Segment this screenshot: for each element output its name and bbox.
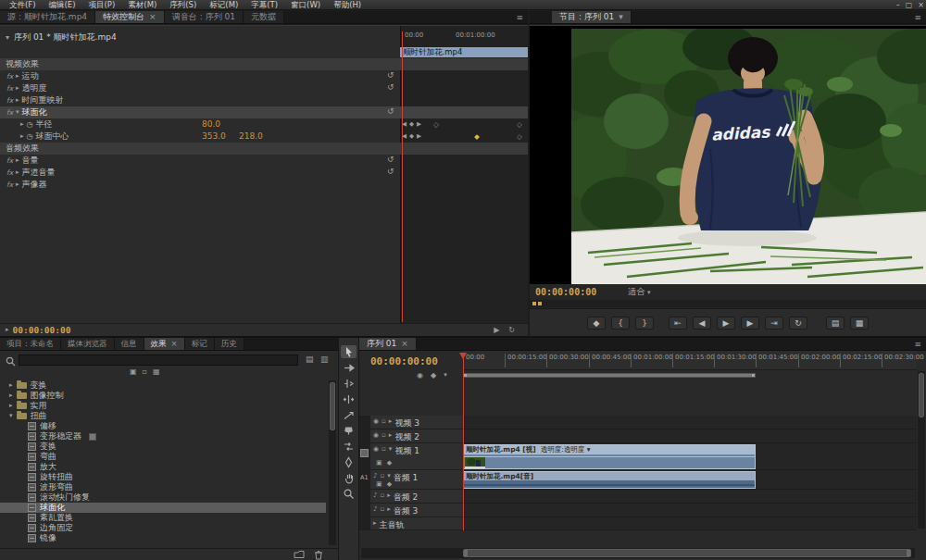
speaker-icon[interactable]: ♪ <box>373 472 377 479</box>
work-area-bar[interactable] <box>463 373 756 378</box>
chevron-right-icon[interactable]: ▸ <box>389 417 393 425</box>
timeline-settings-icon[interactable]: ◉ <box>417 372 423 380</box>
stopwatch-icon[interactable]: ◷ <box>27 121 33 129</box>
scrollbar-thumb[interactable] <box>330 382 335 430</box>
add-keyframe-button[interactable]: ◆ <box>409 120 414 128</box>
tab-program-monitor[interactable]: 节目：序列 01 ▾ <box>552 11 632 23</box>
ec-loop-button[interactable]: ↻ <box>508 327 515 334</box>
track-lane-audio2[interactable] <box>463 490 917 504</box>
chevron-down-icon[interactable]: ▾ <box>9 413 13 419</box>
tab-effects[interactable]: 效果× <box>144 338 185 350</box>
add-keyframe-button[interactable]: ◆ <box>409 132 414 140</box>
menu-title[interactable]: 字幕(T) <box>245 0 283 10</box>
stopwatch-icon[interactable]: ◷ <box>27 133 33 141</box>
track-select-tool[interactable] <box>341 361 357 374</box>
ec-effect-motion[interactable]: fx▸运动↺ <box>0 70 528 82</box>
fx-icon[interactable]: fx <box>6 72 13 81</box>
timeline-vertical-scrollbar[interactable] <box>918 371 925 529</box>
go-to-out-button[interactable]: ⇥ <box>765 317 783 330</box>
reset-effect-button[interactable]: ↺ <box>387 83 394 92</box>
lock-icon[interactable]: ▫ <box>382 417 386 425</box>
work-area-handle[interactable] <box>752 374 755 377</box>
panel-menu-icon[interactable]: ≡ <box>909 340 926 349</box>
ec-playhead[interactable] <box>402 31 403 322</box>
chevron-right-icon[interactable]: ▸ <box>16 97 19 104</box>
timeline-horizontal-scrollbar[interactable] <box>361 548 915 558</box>
chevron-right-icon[interactable]: ▸ <box>16 157 19 164</box>
ec-clip-name-bar[interactable]: 顺时针加花.mp4 <box>400 47 528 57</box>
tab-audio-mixer[interactable]: 调音台：序列 01 <box>165 11 244 23</box>
keyframe-icon[interactable]: ◇ <box>517 120 522 129</box>
hand-tool[interactable] <box>341 471 357 484</box>
ec-param-radius[interactable]: ▸◷半径80.0 ◀◆▶◇◇ <box>0 118 528 131</box>
program-zoom-strip[interactable] <box>530 300 926 307</box>
track-header-video3[interactable]: ◉▫▸视频 3 <box>370 416 463 429</box>
lift-button[interactable]: ▤ <box>826 317 845 330</box>
menu-help[interactable]: 帮助(H) <box>328 0 367 10</box>
center-y-value[interactable]: 218.0 <box>239 131 263 141</box>
scrollbar-thumb[interactable] <box>463 549 911 557</box>
chevron-right-icon[interactable]: ▸ <box>387 505 391 513</box>
zoom-handle[interactable] <box>464 550 468 556</box>
opacity-rubber-band[interactable] <box>464 456 755 457</box>
center-x-value[interactable]: 353.0 <box>202 131 226 141</box>
chevron-down-icon[interactable]: ▾ <box>6 34 9 42</box>
chevron-right-icon[interactable]: ▸ <box>16 85 19 92</box>
keyframe-icon[interactable]: ◇ <box>433 120 439 129</box>
menu-clip[interactable]: 素材(M) <box>122 0 162 10</box>
view-list-button[interactable]: ▤ <box>306 355 314 364</box>
32bit-effects-button[interactable]: ▫ <box>143 368 147 376</box>
show-keyframes-icon[interactable]: ◆ <box>387 480 392 488</box>
chevron-right-icon[interactable]: ▸ <box>16 169 19 176</box>
zoom-handle[interactable] <box>532 302 536 305</box>
radius-value[interactable]: 80.0 <box>202 119 220 129</box>
minimize-button[interactable]: – <box>896 1 900 9</box>
ripple-edit-tool[interactable] <box>341 377 357 390</box>
speaker-icon[interactable]: ♪ <box>373 505 377 513</box>
lock-icon[interactable]: ▫ <box>382 431 386 439</box>
fx-icon[interactable]: fx <box>6 156 13 165</box>
keyframe-icon[interactable]: ◇ <box>517 132 522 141</box>
panel-menu-icon[interactable]: ≡ <box>909 13 926 22</box>
fx-icon[interactable]: fx <box>6 96 13 105</box>
chevron-right-icon[interactable]: ▸ <box>16 181 19 188</box>
rate-stretch-tool[interactable] <box>341 408 357 421</box>
pen-tool[interactable] <box>341 455 357 468</box>
eye-icon[interactable]: ◉ <box>373 431 379 439</box>
keyframe-icon-active[interactable]: ◆ <box>474 132 480 141</box>
chevron-down-icon[interactable]: ▾ <box>619 13 623 21</box>
close-window-button[interactable]: × <box>918 1 924 9</box>
menu-window[interactable]: 窗口(W) <box>285 0 326 10</box>
fx-icon[interactable]: fx <box>6 108 13 117</box>
tab-project[interactable]: 项目：未命名 <box>0 338 61 350</box>
zoom-handle[interactable] <box>538 302 542 305</box>
zoom-tool[interactable] <box>341 487 357 500</box>
ec-timecode[interactable]: 00:00:00:00 <box>13 325 71 335</box>
step-back-button[interactable]: ◀ <box>693 317 711 330</box>
view-icon-button[interactable]: ▥ <box>320 355 329 364</box>
speaker-icon[interactable]: ♪ <box>373 492 377 499</box>
clip-effect-label[interactable]: 透明度:透明度 ▾ <box>541 445 591 454</box>
fx-icon[interactable]: fx <box>6 180 13 189</box>
project-vertical-scrollbar[interactable] <box>329 380 336 545</box>
chevron-right-icon[interactable]: ▸ <box>389 431 393 439</box>
track-header-audio3[interactable]: ♪▫▸音频 3 <box>370 504 463 517</box>
track-lane-video2[interactable] <box>463 429 917 443</box>
tab-source-monitor[interactable]: 源：顺时针加花.mp4 <box>0 11 95 23</box>
panel-menu-icon[interactable]: ≡ <box>511 13 528 22</box>
track-lane-video3[interactable] <box>463 416 917 429</box>
close-tab-icon[interactable]: × <box>149 13 156 21</box>
loop-button[interactable]: ↻ <box>789 317 807 330</box>
menu-sequence[interactable]: 序列(S) <box>164 0 202 10</box>
display-style-icon[interactable]: ▣ <box>376 480 382 488</box>
chevron-right-icon[interactable]: ▸ <box>6 327 9 333</box>
audio-clip[interactable]: 顺时针加花.mp4[音] <box>463 471 756 489</box>
lock-icon[interactable]: ▫ <box>380 505 384 513</box>
track-header-audio1[interactable]: ♪▫▾音频 1▣◆ <box>370 470 463 490</box>
display-style-icon[interactable]: ▣ <box>376 459 382 467</box>
tab-effect-controls[interactable]: 特效控制台× <box>95 11 165 23</box>
program-timecode[interactable]: 00:00:00:00 <box>535 287 596 297</box>
chevron-right-icon[interactable]: ▸ <box>9 392 13 399</box>
tab-metadata[interactable]: 元数据 <box>244 11 284 23</box>
scrollbar-thumb[interactable] <box>919 373 924 417</box>
